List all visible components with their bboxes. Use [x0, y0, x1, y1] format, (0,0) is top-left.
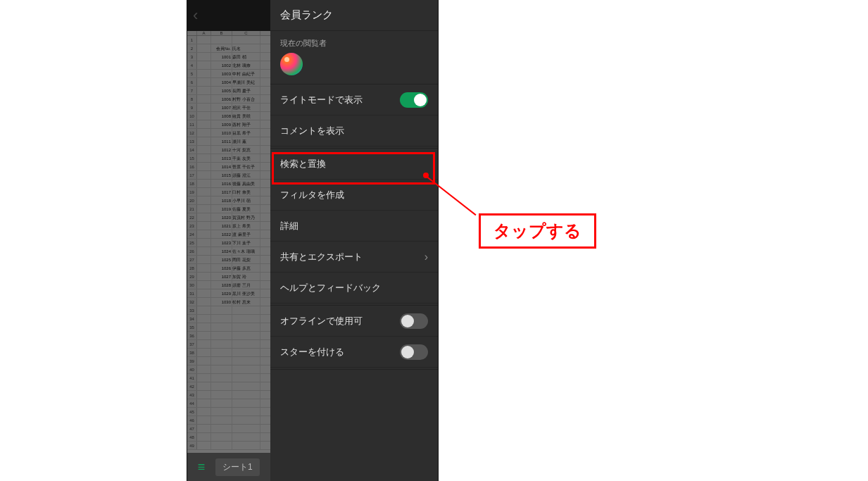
row-number[interactable]: 21: [187, 205, 197, 213]
row-number[interactable]: 49: [187, 442, 197, 449]
cell[interactable]: 小早川 萌: [232, 196, 260, 204]
cell[interactable]: [232, 416, 260, 424]
row-number[interactable]: 30: [187, 281, 197, 289]
cell[interactable]: 中村 由紀子: [232, 70, 260, 77]
cell[interactable]: [197, 222, 211, 230]
cell[interactable]: 1001: [211, 53, 232, 61]
cell[interactable]: [197, 256, 211, 263]
cell[interactable]: [197, 163, 211, 170]
row-number[interactable]: 4: [187, 61, 197, 69]
cell[interactable]: 千葉 友美: [232, 154, 260, 162]
row-number[interactable]: 26: [187, 247, 197, 255]
cell[interactable]: 1016: [211, 180, 232, 187]
cell[interactable]: 1019: [211, 205, 232, 213]
row-number[interactable]: 46: [187, 416, 197, 424]
menu-share-export[interactable]: 共有とエクスポート ›: [270, 242, 438, 273]
cell[interactable]: 1023: [211, 239, 232, 246]
cell[interactable]: [232, 433, 260, 441]
cell[interactable]: [197, 340, 211, 348]
cell[interactable]: [211, 36, 232, 44]
cell[interactable]: [232, 349, 260, 356]
cell[interactable]: [197, 154, 211, 162]
cell[interactable]: 1008: [211, 112, 232, 120]
hamburger-icon[interactable]: ≡: [187, 460, 215, 475]
cell[interactable]: [197, 120, 211, 128]
cell[interactable]: [197, 273, 211, 280]
row-number[interactable]: 47: [187, 425, 197, 432]
cell[interactable]: [232, 315, 260, 323]
row-number[interactable]: 16: [187, 163, 197, 170]
cell[interactable]: 会員No.: [211, 44, 232, 52]
cell[interactable]: [197, 180, 211, 187]
cell[interactable]: [197, 61, 211, 69]
row-number[interactable]: 1: [187, 36, 197, 44]
cell[interactable]: [211, 332, 232, 339]
cell[interactable]: 綾貫 美咲: [232, 112, 260, 120]
row-number[interactable]: 10: [187, 112, 197, 120]
cell[interactable]: [211, 357, 232, 365]
cell[interactable]: [197, 104, 211, 111]
row-number[interactable]: 31: [187, 289, 197, 297]
row-number[interactable]: 34: [187, 315, 197, 323]
cell[interactable]: [197, 196, 211, 204]
cell[interactable]: 1027: [211, 273, 232, 280]
row-number[interactable]: 9: [187, 104, 197, 111]
cell[interactable]: 早瀬川 美紀: [232, 78, 260, 86]
cell[interactable]: [197, 137, 211, 145]
cell[interactable]: [197, 332, 211, 339]
cell[interactable]: [232, 374, 260, 382]
row-number[interactable]: 24: [187, 230, 197, 238]
cell[interactable]: 村野 小百合: [232, 95, 260, 103]
cell[interactable]: 1004: [211, 78, 232, 86]
cell[interactable]: [197, 53, 211, 61]
row-number[interactable]: 25: [187, 239, 197, 246]
row-number[interactable]: 38: [187, 349, 197, 356]
cell[interactable]: 長岡 慶子: [232, 87, 260, 94]
row-number[interactable]: 40: [187, 366, 197, 373]
row-number[interactable]: 17: [187, 171, 197, 179]
row-number[interactable]: 36: [187, 332, 197, 339]
row-number[interactable]: 37: [187, 340, 197, 348]
menu-find-replace[interactable]: 検索と置換: [270, 149, 438, 180]
cell[interactable]: [197, 281, 211, 289]
cell[interactable]: [197, 146, 211, 154]
row-number[interactable]: 11: [187, 120, 197, 128]
cell[interactable]: 1029: [211, 289, 232, 297]
cell[interactable]: 氏名: [232, 44, 260, 52]
cell[interactable]: [197, 349, 211, 356]
cell[interactable]: 佐々木 瑠璃: [232, 247, 260, 255]
cell[interactable]: [197, 399, 211, 407]
cell[interactable]: [232, 408, 260, 416]
cell[interactable]: [232, 36, 260, 44]
cell[interactable]: [197, 425, 211, 432]
row-number[interactable]: 23: [187, 222, 197, 230]
cell[interactable]: 1018: [211, 196, 232, 204]
row-number[interactable]: 32: [187, 298, 197, 306]
cell[interactable]: 1014: [211, 163, 232, 170]
cell[interactable]: [197, 264, 211, 272]
cell[interactable]: [211, 323, 232, 331]
cell[interactable]: 1024: [211, 247, 232, 255]
menu-star[interactable]: スターを付ける: [270, 337, 438, 368]
cell[interactable]: 1030: [211, 298, 232, 306]
row-number[interactable]: 2: [187, 44, 197, 52]
cell[interactable]: [197, 188, 211, 196]
cell[interactable]: [211, 366, 232, 373]
cell[interactable]: 加賀 玲: [232, 273, 260, 280]
row-number[interactable]: 14: [187, 146, 197, 154]
row-number[interactable]: 44: [187, 399, 197, 407]
cell[interactable]: [211, 382, 232, 390]
cell[interactable]: 目黒 希子: [232, 129, 260, 137]
menu-offline[interactable]: オフラインで使用可: [270, 306, 438, 337]
cell[interactable]: [211, 374, 232, 382]
cell[interactable]: [197, 382, 211, 390]
cell[interactable]: [197, 442, 211, 449]
menu-show-comments[interactable]: コメントを表示: [270, 115, 438, 146]
row-number[interactable]: 29: [187, 273, 197, 280]
cell[interactable]: [211, 416, 232, 424]
cell[interactable]: [232, 382, 260, 390]
cell[interactable]: 下川 葉子: [232, 239, 260, 246]
cell[interactable]: 北林 璃奈: [232, 61, 260, 69]
col-header-a[interactable]: A: [197, 31, 211, 35]
cell[interactable]: 1006: [211, 95, 232, 103]
